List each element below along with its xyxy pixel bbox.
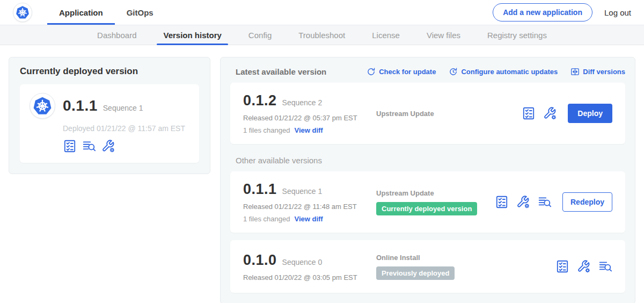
- view-diff-link[interactable]: View diff: [294, 215, 323, 223]
- subnav-tab-config[interactable]: Config: [237, 25, 283, 45]
- release-notes-icon[interactable]: [495, 195, 509, 209]
- deployed-version-number: 0.1.1: [63, 97, 98, 114]
- other-versions-title: Other available versions: [236, 156, 625, 165]
- available-versions-panel: Latest available version Check for updat…: [220, 57, 635, 303]
- currently-deployed-panel: Currently deployed version 0.1.1 Sequenc…: [9, 57, 210, 174]
- subnav-tab-version-history[interactable]: Version history: [151, 25, 233, 45]
- add-application-button[interactable]: Add a new application: [493, 3, 592, 21]
- check-for-update-link[interactable]: Check for update: [367, 67, 436, 76]
- logs-icon[interactable]: [598, 259, 612, 273]
- version-number: 0.1.2: [243, 92, 277, 109]
- diff-icon: [570, 67, 580, 76]
- app-subnav: Dashboard Version history Config Trouble…: [0, 25, 644, 45]
- tab-application-label: Application: [59, 8, 103, 17]
- currently-deployed-title: Currently deployed version: [20, 66, 199, 77]
- top-header: Application GitOps Add a new application…: [0, 0, 644, 25]
- released-timestamp: Released 01/21/22 @ 11:48 am EST: [243, 203, 376, 211]
- files-changed-label: 1 files changed: [243, 126, 290, 134]
- config-icon[interactable]: [543, 106, 557, 120]
- release-notes-icon[interactable]: [522, 106, 536, 120]
- kubernetes-logo: [13, 3, 32, 22]
- sequence-label: Sequence 2: [282, 98, 323, 107]
- config-icon[interactable]: [577, 259, 591, 273]
- subnav-tab-troubleshoot[interactable]: Troubleshoot: [287, 25, 357, 45]
- version-card-0-1-0: 0.1.0 Sequence 0 Released 01/20/22 @ 03:…: [230, 240, 625, 293]
- files-changed-label: 1 files changed: [243, 215, 290, 223]
- config-icon[interactable]: [516, 195, 530, 209]
- refresh-icon: [367, 67, 376, 76]
- logs-icon[interactable]: [538, 195, 552, 209]
- version-number: 0.1.1: [243, 181, 277, 198]
- tab-gitops[interactable]: GitOps: [115, 0, 165, 25]
- app-icon: [30, 93, 55, 119]
- version-card-0-1-2: 0.1.2 Sequence 2 Released 01/21/22 @ 05:…: [230, 83, 625, 144]
- subnav-tab-view-files[interactable]: View files: [415, 25, 472, 45]
- released-timestamp: Released 01/21/22 @ 05:37 pm EST: [243, 114, 376, 122]
- deployed-timestamp: Deployed 01/21/22 @ 11:57 am EST: [63, 124, 189, 133]
- sequence-label: Sequence 0: [282, 258, 323, 266]
- config-icon[interactable]: [101, 139, 115, 153]
- deployed-sequence-label: Sequence 1: [103, 104, 143, 112]
- version-source-label: Upstream Update: [376, 189, 495, 197]
- subnav-tab-license[interactable]: License: [360, 25, 412, 45]
- previously-deployed-badge: Previously deployed: [376, 266, 455, 280]
- version-source-label: Online Install: [376, 254, 555, 262]
- version-source-label: Upstream Update: [376, 110, 522, 118]
- logs-icon[interactable]: [82, 139, 96, 153]
- tab-application[interactable]: Application: [47, 0, 115, 25]
- version-number: 0.1.0: [243, 252, 277, 269]
- release-notes-icon[interactable]: [555, 259, 569, 273]
- view-diff-link[interactable]: View diff: [294, 126, 323, 134]
- tab-gitops-label: GitOps: [127, 8, 153, 17]
- logout-button[interactable]: Log out: [604, 8, 631, 17]
- schedule-icon: [449, 67, 458, 76]
- configure-automatic-updates-link[interactable]: Configure automatic updates: [449, 67, 558, 76]
- sequence-label: Sequence 1: [282, 187, 323, 196]
- released-timestamp: Released 01/20/22 @ 03:05 pm EST: [243, 273, 376, 282]
- deployed-version-card: 0.1.1 Sequence 1 Deployed 01/21/22 @ 11:…: [20, 84, 199, 163]
- redeploy-button[interactable]: Redeploy: [562, 192, 612, 212]
- release-notes-icon[interactable]: [63, 139, 77, 153]
- currently-deployed-badge: Currently deployed version: [376, 202, 477, 215]
- deploy-button[interactable]: Deploy: [568, 104, 612, 123]
- subnav-tab-dashboard[interactable]: Dashboard: [85, 25, 148, 45]
- subnav-tab-registry-settings[interactable]: Registry settings: [475, 25, 559, 45]
- version-card-0-1-1: 0.1.1 Sequence 1 Released 01/21/22 @ 11:…: [230, 171, 625, 233]
- latest-available-title: Latest available version: [236, 67, 326, 76]
- header-tabs: Application GitOps: [47, 0, 165, 25]
- diff-versions-link[interactable]: Diff versions: [570, 67, 625, 76]
